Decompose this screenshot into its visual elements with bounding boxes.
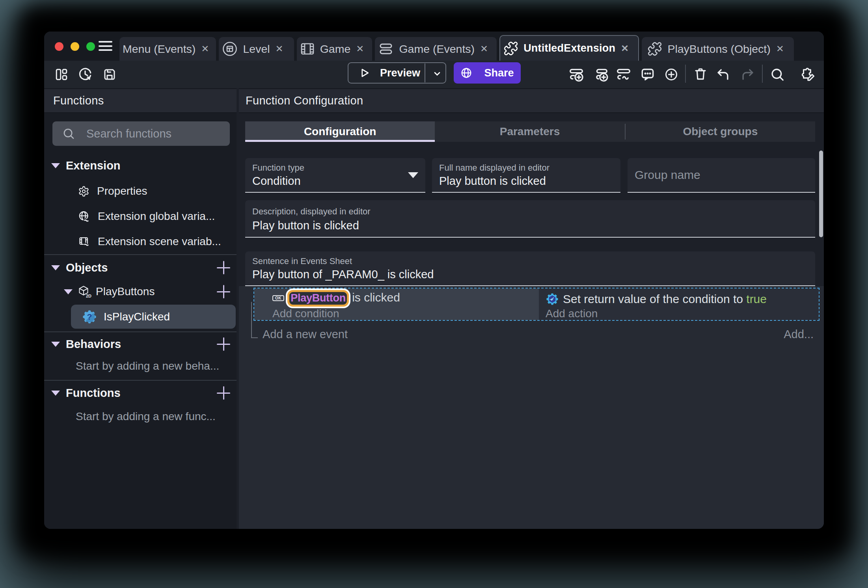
svg-text:2D: 2D bbox=[86, 294, 91, 298]
svg-text:?: ? bbox=[87, 312, 92, 321]
